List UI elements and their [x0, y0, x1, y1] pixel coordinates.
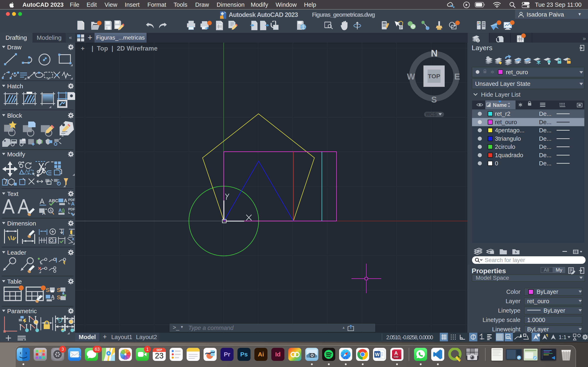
svg-text:ret_ouro: ret_ouro	[527, 298, 549, 304]
svg-text:ret_ouro: ret_ouro	[506, 69, 528, 75]
svg-text:+ | Top | 2D Wireframe: + | Top | 2D Wireframe	[81, 45, 158, 52]
svg-text:All: All	[544, 267, 549, 273]
svg-text:1.0000: 1.0000	[527, 317, 545, 323]
svg-text:Layers: Layers	[472, 44, 493, 52]
svg-text:3triangulo: 3triangulo	[495, 135, 521, 142]
svg-text:TOP: TOP	[428, 73, 440, 80]
svg-text:ByLayer: ByLayer	[536, 289, 558, 295]
svg-text:Search for layer: Search for layer	[485, 257, 525, 263]
svg-text:De...: De...	[539, 152, 552, 158]
svg-text:De...: De...	[539, 143, 552, 150]
svg-text:My: My	[556, 267, 562, 273]
svg-text:Leader: Leader	[7, 249, 26, 256]
svg-text:4pentago...: 4pentago...	[495, 127, 525, 133]
svg-text:Block: Block	[7, 112, 22, 119]
svg-text:S: S	[431, 95, 437, 104]
svg-text:De...: De...	[539, 160, 552, 167]
svg-text:1quadrado: 1quadrado	[495, 152, 523, 158]
svg-text:S: S	[57, 287, 61, 293]
svg-text:A: A	[49, 208, 52, 213]
svg-text:x: x	[72, 236, 75, 241]
svg-text:Properties: Properties	[472, 267, 506, 275]
svg-text:2circulo: 2circulo	[495, 143, 515, 150]
svg-text:ret_r2: ret_r2	[495, 110, 510, 117]
svg-text:Hide Layer List: Hide Layer List	[481, 91, 520, 98]
svg-text:A: A	[64, 198, 67, 203]
svg-text:De...: De...	[539, 127, 552, 133]
svg-text:Dimension: Dimension	[7, 220, 36, 227]
svg-text:A: A	[58, 208, 62, 213]
svg-text:0: 0	[495, 160, 498, 167]
svg-text:.1: .1	[53, 238, 57, 243]
svg-text:Linetype scale: Linetype scale	[483, 317, 520, 323]
svg-text:PDF: PDF	[68, 207, 75, 211]
svg-text:Model Space: Model Space	[476, 275, 509, 281]
svg-text:E: E	[454, 72, 460, 81]
svg-text:WCS: WCS	[426, 112, 437, 117]
svg-text:De...: De...	[539, 135, 552, 142]
svg-text:S: S	[57, 294, 61, 300]
svg-text:Name: Name	[493, 102, 507, 108]
svg-text:Layer: Layer	[506, 298, 520, 304]
svg-text:ret_ouro: ret_ouro	[495, 119, 517, 125]
svg-text:Hatch: Hatch	[7, 83, 23, 90]
svg-text:Draw: Draw	[7, 44, 21, 50]
svg-text:1:1: 1:1	[559, 334, 567, 340]
svg-text:ByLayer: ByLayer	[544, 307, 565, 314]
svg-text:S: S	[46, 287, 50, 293]
svg-text:N: N	[431, 48, 438, 58]
svg-text:Modify: Modify	[7, 151, 25, 158]
svg-text:Table: Table	[7, 278, 22, 285]
svg-text:Color: Color	[506, 289, 521, 295]
svg-text:Parametric: Parametric	[7, 308, 37, 314]
svg-text:A: A	[42, 210, 45, 216]
svg-text:A: A	[71, 201, 75, 207]
svg-text:Lineweight: Lineweight	[492, 326, 520, 333]
svg-text:De...: De...	[539, 110, 552, 117]
svg-text:Linetype: Linetype	[498, 307, 520, 314]
svg-text:Unsaved Layer State: Unsaved Layer State	[475, 81, 530, 87]
svg-text:Text: Text	[7, 191, 18, 197]
svg-text:De...: De...	[539, 119, 552, 125]
svg-text:ByLayer: ByLayer	[527, 326, 549, 333]
svg-text:W: W	[407, 72, 415, 81]
